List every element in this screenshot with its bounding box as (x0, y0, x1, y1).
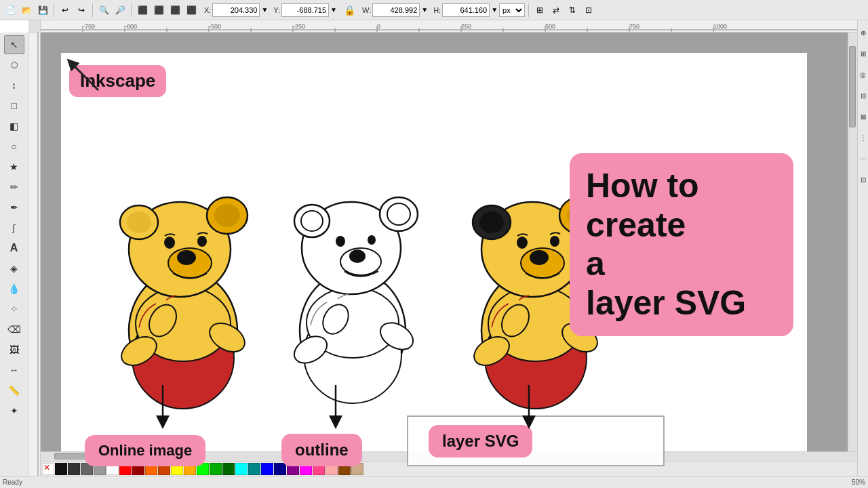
outline-label: outline (281, 434, 362, 466)
svg-point-48 (301, 211, 323, 231)
svg-text:500: 500 (545, 23, 555, 30)
svg-point-69 (550, 236, 559, 247)
h-input[interactable] (442, 3, 490, 17)
sep2 (92, 3, 93, 17)
canvas-area: Inkscape (41, 33, 857, 476)
w-coord-field: W: ▼ (362, 3, 428, 17)
align-left-icon[interactable]: ⬛ (135, 3, 150, 18)
gradient-tool[interactable]: ◈ (4, 259, 24, 278)
svg-point-67 (530, 250, 549, 265)
x-coord-field: X: ▼ (204, 3, 268, 17)
sep3 (131, 3, 132, 17)
color-swatch-teal[interactable] (248, 463, 260, 475)
h-icon: ▼ (491, 6, 498, 14)
calligraphy-tool[interactable]: ∫ (4, 218, 24, 237)
save-icon[interactable]: 💾 (35, 3, 50, 18)
online-image-label: Online image (85, 435, 205, 466)
ruler-left (28, 33, 41, 476)
zoom-tool[interactable]: ↕ (4, 76, 24, 95)
color-swatch-darkgray[interactable] (68, 463, 80, 475)
y-coord-field: Y: ▼ (273, 3, 337, 17)
how-to-line2: create (586, 206, 777, 245)
top-toolbar: 📄 📂 💾 ↩ ↪ 🔍 🔎 ⬛ ⬛ ⬛ ⬛ X: ▼ Y: ▼ 🔒 W: ▼ H… (0, 0, 868, 20)
svg-point-68 (517, 237, 528, 249)
color-swatch-none[interactable]: ✕ (42, 463, 54, 475)
flip-v-icon[interactable]: ⇅ (565, 3, 580, 18)
how-to-line1: How to (586, 167, 777, 206)
svg-text:-600: -600 (125, 23, 137, 30)
x-label: X: (204, 6, 211, 14)
svg-point-54 (368, 235, 376, 245)
redo-icon[interactable]: ↪ (74, 3, 89, 18)
color-swatch-green[interactable] (210, 463, 222, 475)
layer-svg-container: layer SVG (407, 415, 665, 466)
star-tool[interactable]: ★ (4, 157, 24, 176)
figure-colored (102, 127, 264, 419)
group-icon[interactable]: ⊡ (581, 3, 596, 18)
y-icon: ▼ (330, 6, 337, 14)
scroll-thumb-v[interactable] (849, 46, 856, 127)
align-right-icon[interactable]: ⬛ (167, 3, 182, 18)
text-tool[interactable]: A (4, 239, 24, 258)
eyedropper-tool[interactable]: 💧 (4, 279, 24, 298)
svg-point-33 (127, 211, 151, 233)
w-input[interactable] (372, 3, 420, 17)
connector-tool[interactable]: ↔ (4, 361, 24, 380)
how-to-text-box: How to create a layer SVG (570, 153, 793, 336)
svg-point-50 (387, 203, 410, 225)
sep4 (528, 3, 529, 17)
ruler-top: -750 -600 -500 -250 0 250 500 750 1000 (41, 20, 857, 33)
h-label: H: (433, 6, 441, 14)
zoom-out-icon[interactable]: 🔎 (113, 3, 127, 18)
left-toolbox: ↖ ⬡ ↕ □ ◧ ○ ★ ✏ ✒ ∫ A ◈ 💧 ⁘ ⌫ 🖼 ↔ 📏 ✦ (0, 33, 28, 476)
pen-tool[interactable]: ✒ (4, 198, 24, 217)
svg-text:750: 750 (629, 23, 639, 30)
transform-icon[interactable]: ⊞ (532, 3, 547, 18)
color-swatch-blue[interactable] (261, 463, 273, 475)
y-input[interactable] (281, 3, 329, 17)
image-tool[interactable]: 🖼 (4, 340, 24, 359)
x-icon: ▼ (261, 6, 268, 14)
color-swatch-cyan[interactable] (235, 463, 248, 475)
color-swatch-navy[interactable] (274, 463, 286, 475)
measure-tool[interactable]: 📏 (4, 381, 24, 400)
select-tool[interactable]: ↖ (4, 35, 24, 54)
cube-tool[interactable]: ◧ (4, 117, 24, 136)
svg-text:0: 0 (377, 23, 380, 30)
unit-select[interactable]: px mm in (499, 3, 525, 17)
ruler-corner (28, 20, 41, 33)
status-text: Ready (3, 479, 22, 486)
lock-field: 🔒 (342, 5, 357, 16)
svg-point-37 (177, 250, 196, 265)
open-icon[interactable]: 📂 (19, 3, 34, 18)
undo-icon[interactable]: ↩ (58, 3, 73, 18)
rect-tool[interactable]: □ (4, 96, 24, 115)
svg-point-38 (164, 237, 175, 249)
svg-point-63 (479, 211, 504, 233)
pencil-tool[interactable]: ✏ (4, 178, 24, 197)
dropper-tool[interactable]: ✦ (4, 401, 24, 420)
align-center-icon[interactable]: ⬛ (151, 3, 166, 18)
new-icon[interactable]: 📄 (3, 3, 18, 18)
svg-point-53 (336, 236, 345, 247)
color-swatch-black[interactable] (55, 463, 67, 475)
lock-icon[interactable]: 🔒 (342, 5, 357, 16)
node-tool[interactable]: ⬡ (4, 56, 24, 75)
eraser-tool[interactable]: ⌫ (4, 320, 24, 339)
sep1 (54, 3, 54, 17)
scrollbar-vertical[interactable] (848, 33, 857, 451)
circle-tool[interactable]: ○ (4, 137, 24, 156)
zoom-in-icon[interactable]: 🔍 (96, 3, 111, 18)
svg-point-52 (349, 249, 366, 263)
flip-h-icon[interactable]: ⇄ (549, 3, 564, 18)
bottom-status-bar: Ready 50% (0, 476, 868, 488)
how-to-line3: a (586, 245, 777, 284)
color-swatch-darkgreen[interactable] (222, 463, 235, 475)
x-input[interactable] (212, 3, 260, 17)
svg-point-39 (197, 236, 207, 247)
svg-text:1000: 1000 (713, 23, 727, 30)
svg-text:-750: -750 (83, 23, 95, 30)
svg-text:-500: -500 (209, 23, 221, 30)
align-distribute-icon[interactable]: ⬛ (184, 3, 199, 18)
spray-tool[interactable]: ⁘ (4, 300, 24, 319)
